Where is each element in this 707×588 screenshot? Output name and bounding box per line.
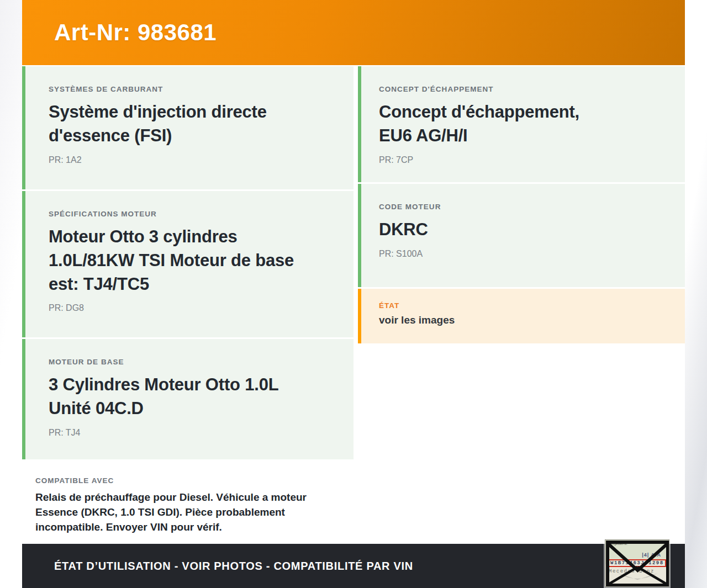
card-label: SYSTÈMES DE CARBURANT bbox=[49, 85, 331, 93]
card-title: Système d'injection directe d'essence (F… bbox=[49, 100, 297, 148]
compatibility-note: Relais de préchauffage pour Diesel. Véhi… bbox=[35, 490, 331, 534]
card-title: Moteur Otto 3 cylindres 1.0L/81KW TSI Mo… bbox=[49, 225, 297, 296]
card-compatibility: COMPATIBLE AVEC Relais de préchauffage p… bbox=[22, 461, 354, 545]
condition-value: voir les images bbox=[379, 314, 663, 326]
pr-code: PR: TJ4 bbox=[49, 428, 331, 438]
card-label: ÉTAT bbox=[379, 301, 663, 310]
pr-code: PR: 1A2 bbox=[49, 155, 331, 165]
cards-grid: SYSTÈMES DE CARBURANT Système d'injectio… bbox=[22, 66, 685, 545]
footer-text: ÉTAT D’UTILISATION - VOIR PHOTOS - COMPA… bbox=[54, 560, 413, 573]
card-label: SPÉCIFICATIONS MOTEUR bbox=[49, 210, 331, 218]
envelope-icon bbox=[605, 540, 669, 587]
card-engine-code: CODE MOTEUR DKRC PR: S100A bbox=[358, 184, 685, 287]
card-title: DKRC bbox=[379, 218, 663, 242]
card-fuel-system: SYSTÈMES DE CARBURANT Système d'injectio… bbox=[22, 66, 354, 189]
footer-banner: ÉTAT D’UTILISATION - VOIR PHOTOS - COMPA… bbox=[22, 544, 685, 588]
card-exhaust-concept: CONCEPT D'ÉCHAPPEMENT Concept d'échappem… bbox=[358, 66, 685, 182]
card-label: COMPATIBLE AVEC bbox=[35, 476, 331, 485]
left-column: SYSTÈMES DE CARBURANT Système d'injectio… bbox=[22, 66, 354, 545]
pr-code: PR: DG8 bbox=[49, 303, 331, 313]
card-label: CONCEPT D'ÉCHAPPEMENT bbox=[379, 85, 663, 93]
registration-document-image: Fahrgestell-Nr. |4| AiA W1B71463J31298 7… bbox=[605, 539, 669, 587]
pr-code: PR: S100A bbox=[379, 249, 663, 259]
card-title: 3 Cylindres Moteur Otto 1.0L Unité 04C.D bbox=[49, 373, 325, 421]
product-info-panel: Art-Nr: 983681 SYSTÈMES DE CARBURANT Sys… bbox=[22, 0, 685, 588]
card-base-engine: MOTEUR DE BASE 3 Cylindres Moteur Otto 1… bbox=[22, 339, 354, 459]
header-banner: Art-Nr: 983681 bbox=[22, 0, 685, 65]
card-label: CODE MOTEUR bbox=[379, 203, 663, 211]
article-number-title: Art-Nr: 983681 bbox=[54, 19, 217, 46]
card-title: Concept d'échappement, EU6 AG/H/I bbox=[379, 100, 616, 148]
card-label: MOTEUR DE BASE bbox=[49, 358, 331, 366]
card-condition: ÉTAT voir les images bbox=[358, 289, 685, 343]
right-column: CONCEPT D'ÉCHAPPEMENT Concept d'échappem… bbox=[358, 66, 685, 545]
card-engine-specs: SPÉCIFICATIONS MOTEUR Moteur Otto 3 cyli… bbox=[22, 191, 354, 337]
pr-code: PR: 7CP bbox=[379, 155, 663, 165]
